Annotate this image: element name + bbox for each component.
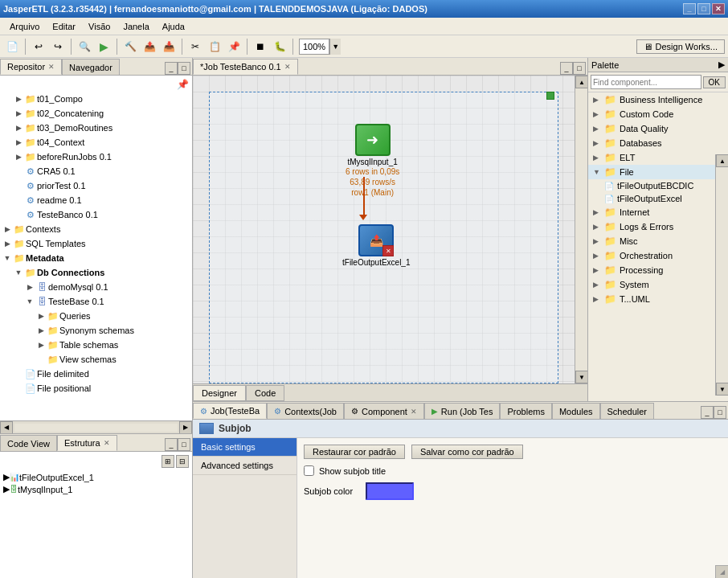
tree-item-demomysql[interactable]: ▶ 🗄 demoMysql 0.1 [2,280,190,294]
tree-item-t02[interactable]: ▶ 📁 t02_Concatening [2,106,190,121]
palette-vscroll-down[interactable]: ▼ [716,383,728,396]
restaurar-cor-button[interactable]: Restaurar cor padrão [304,445,405,459]
copy-button[interactable]: 📋 [206,38,223,55]
code-tree[interactable]: ⊞ ⊟ ▶ 📊 tFileOutputExcel_1 ▶ 🗄 tMysqlInp… [0,452,192,578]
stop-button[interactable]: ⏹ [252,38,269,55]
palette-category-customcode[interactable]: ▶ 📁 Custom Code [588,107,728,121]
paste-button[interactable]: 📌 [225,38,243,55]
palette-category-databases[interactable]: ▶ 📁 Databases [588,136,728,150]
hscroll-right-btn[interactable]: ▶ [179,421,192,434]
cut-button[interactable]: ✂ [186,38,204,55]
vscroll-up-btn[interactable]: ▲ [575,76,588,88]
palette-category-t[interactable]: ▶ 📁 T...UML [588,292,728,306]
palette-category-elt[interactable]: ▶ 📁 ELT [588,150,728,165]
palette-category-bi[interactable]: ▶ 📁 Business Intelligence [588,92,728,107]
hscroll-track[interactable] [14,424,178,432]
canvas-tab-job[interactable]: *Job TesteBanco 0.1 ✕ [193,59,298,75]
menu-janela[interactable]: Janela [117,20,155,33]
menu-editar[interactable]: Editar [46,20,82,33]
tree-item-tableschemas[interactable]: ▶ 📁 Table schemas [2,338,190,352]
tree-item-beforerun[interactable]: ▶ 📁 beforeRunJobs 0.1 [2,150,190,164]
zoom-out-button[interactable]: 🔍 [76,38,93,55]
tree-item-synonym[interactable]: ▶ 📁 Synonym schemas [2,323,190,338]
tree-item-priortest[interactable]: ⚙ priorTest 0.1 [2,178,190,193]
tab-problems[interactable]: Problems [500,403,551,419]
palette-category-misc[interactable]: ▶ 📁 Misc [588,234,728,248]
close-button[interactable]: ✕ [712,3,725,14]
panel-maximize-button[interactable]: □ [178,62,190,75]
palette-vscroll[interactable]: ▲ ▼ [715,154,728,396]
code-tree-btn2[interactable]: ⊟ [176,455,189,468]
tab-jobtesteba[interactable]: ⚙ Job(TesteBa [193,403,267,419]
palette-list[interactable]: ▶ 📁 Business Intelligence ▶ 📁 Custom Cod… [588,92,728,401]
tree-item-metadata[interactable]: ▼ 📁 Metadata [2,251,190,265]
panel-minimize-button[interactable]: _ [165,62,178,75]
tree-item-filedelimited[interactable]: 📄 File delimited [2,367,190,381]
tree-item-readme[interactable]: ⚙ readme 0.1 [2,193,190,207]
palette-category-logs[interactable]: ▶ 📁 Logs & Errors [588,219,728,234]
import-button[interactable]: 📥 [160,38,178,55]
tab-codeview[interactable]: Code View [0,435,57,451]
tab-modules[interactable]: Modules [552,403,600,419]
palette-vscroll-track[interactable] [716,167,728,383]
canvas-tab-designer[interactable]: Designer [193,385,246,401]
zoom-dropdown[interactable]: ▼ [329,39,341,55]
palette-category-system[interactable]: ▶ 📁 System [588,277,728,292]
hscroll-left-btn[interactable]: ◀ [0,421,13,434]
bottom-minimize-btn[interactable]: _ [701,406,714,419]
component-tmysqlinput1[interactable]: ➜ tMysqlInput_1 6 rows in 0,09s 63,89 ro… [346,124,399,198]
menu-arquivo[interactable]: Arquivo [3,20,46,33]
undo-button[interactable]: ↩ [30,38,47,55]
tab-estrutura-close[interactable]: ✕ [104,439,110,447]
palette-category-internet[interactable]: ▶ 📁 Internet [588,205,728,219]
settings-sidebar-advanced[interactable]: Advanced settings [193,457,297,475]
code-tree-btn1[interactable]: ⊞ [162,455,174,468]
palette-item-tfileoutputebcdic[interactable]: 📄 tFileOutputEBCDIC [588,179,728,192]
canvas-maximize-btn[interactable]: □ [573,62,586,75]
tab-repositor[interactable]: Repositor ✕ [0,59,62,75]
tree-panel[interactable]: 📌 ▶ 📁 t01_Compo ▶ 📁 t02_Concatening ▶ 📁 … [0,76,192,420]
tab-component-close[interactable]: ✕ [411,408,417,416]
vscroll-down-btn[interactable]: ▼ [575,371,588,383]
tab-runjobtes[interactable]: ▶ Run (Job Tes [424,403,501,419]
tree-item-cra5[interactable]: ⚙ CRA5 0.1 [2,164,190,178]
tab-component[interactable]: ⚙ Component ✕ [344,403,424,419]
tree-item-viewschemas[interactable]: 📁 View schemas [2,352,190,367]
tree-item-dbconnections[interactable]: ▼ 📁 Db Connections [2,265,190,280]
menu-visao[interactable]: Visão [82,20,117,33]
canvas-tab-close[interactable]: ✕ [284,63,291,71]
run-button[interactable]: ▶ [95,38,112,55]
canvas-minimize-btn[interactable]: _ [560,62,573,75]
tree-item-queries[interactable]: ▶ 📁 Queries [2,309,190,323]
tree-item-testebase[interactable]: ▼ 🗄 TesteBase 0.1 [2,294,190,309]
tree-item-contexts[interactable]: ▶ 📁 Contexts [2,222,190,236]
tab-contexts[interactable]: ⚙ Contexts(Job [267,403,344,419]
minimize-button[interactable]: _ [683,3,696,14]
show-subjob-title-checkbox[interactable] [304,465,314,476]
palette-category-processing[interactable]: ▶ 📁 Processing [588,263,728,277]
palette-item-tfileoutputexcel2[interactable]: 📄 tFileOutputExcel [588,192,728,205]
tree-item-t04[interactable]: ▶ 📁 t04_Context [2,135,190,150]
canvas[interactable]: ➜ tMysqlInput_1 6 rows in 0,09s 63,89 ro… [193,76,575,383]
new-button[interactable]: 📄 [3,38,21,55]
palette-category-dataquality[interactable]: ▶ 📁 Data Quality [588,121,728,136]
code-tree-item-mysql[interactable]: ▶ 🗄 tMysqlInput_1 [3,483,189,495]
tree-item-sqltemplates[interactable]: ▶ 📁 SQL Templates [2,236,190,251]
palette-category-orchestration[interactable]: ▶ 📁 Orchestration [588,248,728,263]
code-tree-item-excel[interactable]: ▶ 📊 tFileOutputExcel_1 [3,471,189,483]
tab-repositor-close[interactable]: ✕ [48,63,55,71]
canvas-vscroll[interactable]: ▲ ▼ [575,76,587,383]
palette-search-input[interactable] [591,75,701,89]
build-button[interactable]: 🔨 [121,38,139,55]
palette-expand-icon[interactable]: ▶ [718,59,725,70]
tree-item-t01[interactable]: ▶ 📁 t01_Compo [2,92,190,106]
resize-handle[interactable]: ◢ [715,565,728,578]
bottom-maximize-btn[interactable]: □ [714,406,726,419]
tree-item-t03[interactable]: ▶ 📁 t03_DemoRoutines [2,121,190,135]
bl-panel-minimize-btn[interactable]: _ [165,438,178,451]
bl-panel-maximize-btn[interactable]: □ [178,438,190,451]
settings-sidebar-basic[interactable]: Basic settings [193,438,297,457]
tab-estrutura[interactable]: Estrutura ✕ [57,435,117,451]
tree-item-filepositional[interactable]: 📄 File positional [2,381,190,396]
design-works-button[interactable]: 🖥 Design Works... [636,39,725,54]
